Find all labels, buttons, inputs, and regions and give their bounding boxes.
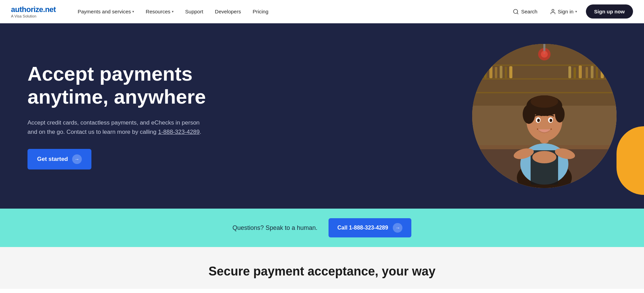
svg-rect-19: [591, 66, 593, 78]
svg-rect-20: [596, 67, 598, 78]
svg-rect-18: [586, 67, 588, 78]
get-started-label: Get started: [37, 156, 68, 163]
chevron-down-icon: ▾: [132, 10, 134, 13]
svg-point-43: [538, 119, 540, 121]
svg-rect-12: [500, 66, 502, 78]
hero-description: Accept credit cards, contactless payment…: [27, 118, 206, 137]
hero-content: Accept payments anytime, anywhere Accept…: [27, 62, 234, 169]
svg-point-24: [541, 51, 548, 58]
get-started-button[interactable]: Get started →: [27, 149, 91, 169]
svg-rect-7: [472, 92, 617, 93]
search-icon: [513, 9, 519, 15]
main-nav: authorize.net A Visa Solution Payments a…: [0, 0, 644, 23]
hero-person-illustration: [472, 44, 617, 188]
svg-rect-10: [489, 66, 492, 78]
search-button[interactable]: Search: [509, 6, 541, 17]
svg-point-37: [555, 106, 565, 122]
svg-rect-14: [509, 66, 512, 78]
hero-title: Accept payments anytime, anywhere: [27, 62, 234, 108]
svg-rect-21: [601, 66, 604, 78]
user-icon: [550, 9, 556, 15]
section-title: Secure payment acceptance, your way: [14, 264, 630, 279]
signin-label: Sign in: [558, 9, 574, 14]
cta-banner: Questions? Speak to a human. Call 1-888-…: [0, 209, 644, 247]
nav-links: Payments and services ▾ Resources ▾ Supp…: [73, 6, 509, 17]
logo[interactable]: authorize.net A Visa Solution: [11, 5, 59, 18]
svg-rect-15: [568, 66, 571, 78]
arrow-right-icon: →: [393, 223, 402, 233]
svg-point-38: [531, 95, 558, 108]
search-label: Search: [521, 9, 537, 14]
call-button-label: Call 1-888-323-4289: [337, 225, 388, 231]
nav-label-developers: Developers: [215, 9, 241, 14]
cta-question-text: Questions? Speak to a human.: [233, 224, 318, 232]
nav-right: Search Sign in ▾ Sign up now: [509, 4, 633, 19]
hero-image-area: [472, 44, 617, 188]
svg-line-1: [517, 13, 518, 14]
yellow-accent-decoration: [617, 126, 644, 195]
nav-label-pricing: Pricing: [253, 9, 268, 14]
nav-item-resources[interactable]: Resources ▾: [141, 6, 178, 17]
chevron-down-icon: ▾: [172, 10, 174, 13]
logo-tagline: A Visa Solution: [11, 14, 59, 18]
hero-section: Accept payments anytime, anywhere Accept…: [0, 23, 644, 209]
logo-text: authorize.net: [11, 5, 59, 14]
call-button[interactable]: Call 1-888-323-4289 →: [329, 218, 412, 237]
svg-rect-13: [505, 67, 507, 78]
signup-button[interactable]: Sign up now: [586, 4, 633, 19]
svg-point-32: [532, 151, 556, 163]
nav-label-resources: Resources: [146, 9, 170, 14]
svg-rect-16: [574, 67, 576, 78]
svg-rect-8: [479, 66, 482, 78]
svg-rect-9: [484, 67, 487, 78]
nav-item-payments[interactable]: Payments and services ▾: [73, 6, 139, 17]
svg-point-2: [552, 9, 554, 11]
nav-label-support: Support: [185, 9, 203, 14]
nav-item-developers[interactable]: Developers: [210, 6, 246, 17]
hero-image: [472, 44, 617, 188]
nav-item-pricing[interactable]: Pricing: [248, 6, 273, 17]
nav-item-support[interactable]: Support: [180, 6, 208, 17]
svg-point-36: [523, 105, 535, 124]
svg-rect-6: [472, 78, 617, 80]
chevron-down-icon: ▾: [575, 10, 577, 13]
svg-rect-5: [472, 65, 617, 66]
section-title-area: Secure payment acceptance, your way: [0, 247, 644, 289]
svg-rect-17: [579, 66, 582, 78]
arrow-right-icon: →: [72, 154, 82, 164]
signin-button[interactable]: Sign in ▾: [546, 6, 580, 17]
svg-point-44: [551, 119, 552, 121]
nav-label-payments: Payments and services: [78, 9, 131, 14]
svg-rect-11: [495, 67, 497, 78]
phone-link[interactable]: 1-888-323-4289: [158, 129, 200, 135]
